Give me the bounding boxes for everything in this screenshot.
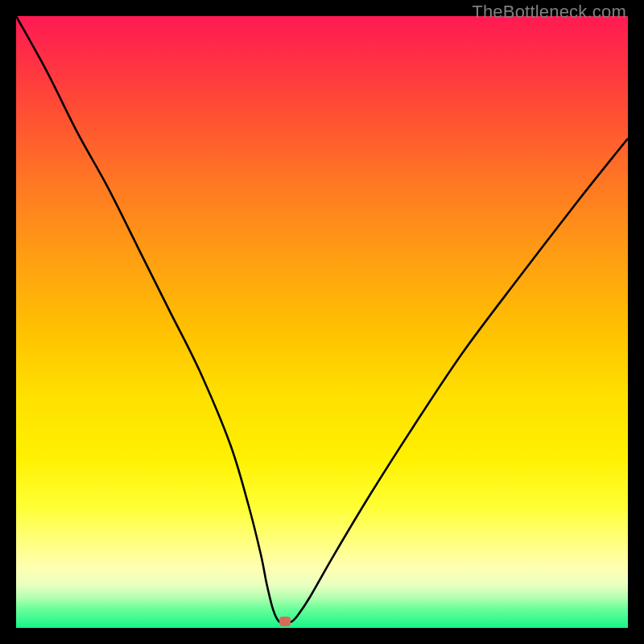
minimum-marker [279, 617, 291, 626]
watermark-text: TheBottleneck.com [472, 2, 626, 23]
chart-frame: TheBottleneck.com [0, 0, 644, 644]
plot-area [16, 16, 628, 628]
bottleneck-curve-path [16, 16, 628, 623]
curve-svg [16, 16, 628, 628]
